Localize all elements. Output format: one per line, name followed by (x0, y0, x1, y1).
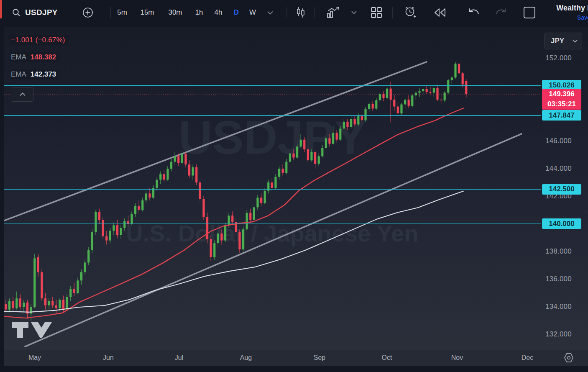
time-axis[interactable] (4, 350, 588, 366)
price-tick: 132.000 (545, 330, 572, 339)
indicator-value: 148.382 (31, 53, 56, 62)
toolbar-separator (110, 7, 111, 18)
red-edge-artifact (0, 0, 2, 18)
timeframe-5m[interactable]: 5m (117, 0, 127, 25)
timeframe-chevron-icon[interactable] (265, 0, 276, 25)
legend: −1.001 (−0.67%) EMA 148.382 EMA 142.373 (10, 35, 69, 87)
price-scale-divider[interactable] (541, 27, 541, 366)
gear-icon (563, 352, 575, 364)
candles-style-icon[interactable] (293, 0, 308, 25)
chart-settings-button[interactable] (550, 350, 588, 366)
month-label-dec: Dec (522, 354, 533, 362)
redo-icon[interactable] (493, 0, 509, 25)
timeframe-W[interactable]: W (249, 0, 256, 25)
left-toolbar-strip (0, 25, 4, 372)
month-label-aug: Aug (240, 354, 252, 362)
timeframe-D[interactable]: D (234, 0, 239, 25)
month-label-nov: Nov (451, 354, 463, 362)
price-tick: 152.000 (545, 54, 572, 62)
ema-row-2[interactable]: EMA 142.373 (10, 69, 59, 80)
alert-add-icon[interactable] (401, 0, 419, 25)
toolbar-separator (314, 7, 315, 18)
tradingview-window: USDJPYU.S. Dollar / Japanese Yen USDJPY … (0, 0, 588, 372)
replay-icon[interactable] (432, 0, 448, 25)
top-toolbar: USDJPY 5m15m30m1h4hDW (0, 0, 588, 25)
toolbar-separator (286, 7, 286, 18)
indicators-icon[interactable] (325, 0, 342, 25)
last-price-badge: 149.396 03:35:21 (542, 89, 581, 110)
month-label-oct: Oct (382, 354, 392, 362)
save-button[interactable]: Save (577, 14, 588, 21)
price-tick: 146.000 (545, 137, 572, 145)
price-tick: 134.000 (545, 303, 572, 311)
price-tick: 136.000 (545, 275, 572, 283)
month-label-sep: Sep (314, 354, 325, 362)
month-label-may: May (28, 354, 41, 362)
chart-pane[interactable]: USDJPYU.S. Dollar / Japanese Yen (4, 27, 541, 350)
snapshot-square-icon[interactable] (520, 0, 539, 25)
toolbar-separator (392, 7, 393, 18)
ema_slow-line (4, 191, 463, 312)
toolbar-separator (456, 7, 456, 18)
layout-grid-icon[interactable] (368, 0, 385, 25)
indicators-chevron-icon[interactable] (349, 0, 359, 25)
month-label-jul: Jul (175, 354, 183, 362)
candlestick-series (5, 62, 467, 321)
indicator-value: 142.373 (31, 70, 56, 79)
price-level-badge: 147.847 (542, 110, 581, 121)
indicator-label: EMA (11, 53, 26, 62)
legend-collapse-button[interactable] (12, 87, 33, 102)
undo-icon[interactable] (465, 0, 482, 25)
timeframe-1h[interactable]: 1h (195, 0, 203, 25)
price-level-badge: 142.500 (542, 184, 581, 195)
search-icon[interactable] (9, 0, 23, 25)
currency-label: JPY (551, 37, 564, 45)
ema-row-1[interactable]: EMA 148.382 (10, 52, 59, 62)
timeframe-15m[interactable]: 15m (140, 0, 154, 25)
month-label-jun: Jun (103, 354, 114, 362)
price-level-badge: 140.000 (542, 218, 581, 229)
symbol-name[interactable]: USDJPY (25, 0, 58, 25)
countdown-timer: 03:35:21 (547, 99, 576, 109)
currency-dropdown[interactable]: JPY (545, 33, 582, 49)
timeframe-30m[interactable]: 30m (168, 0, 182, 25)
bottom-strip (0, 366, 588, 372)
chevron-down-icon (573, 39, 578, 43)
last-price: 149.396 (549, 89, 574, 99)
price-tick: 138.000 (545, 247, 572, 256)
layout-name[interactable]: Wealthy E (556, 4, 588, 13)
trendline-drawings[interactable] (4, 62, 522, 346)
chevron-up-icon (20, 92, 26, 96)
indicator-label: EMA (11, 70, 26, 79)
price-tick: 144.000 (545, 164, 572, 173)
price-change: −1.001 (−0.67%) (11, 36, 65, 44)
add-symbol-icon[interactable] (80, 0, 95, 25)
tradingview-logo[interactable] (12, 322, 52, 338)
timeframe-4h[interactable]: 4h (215, 0, 222, 25)
